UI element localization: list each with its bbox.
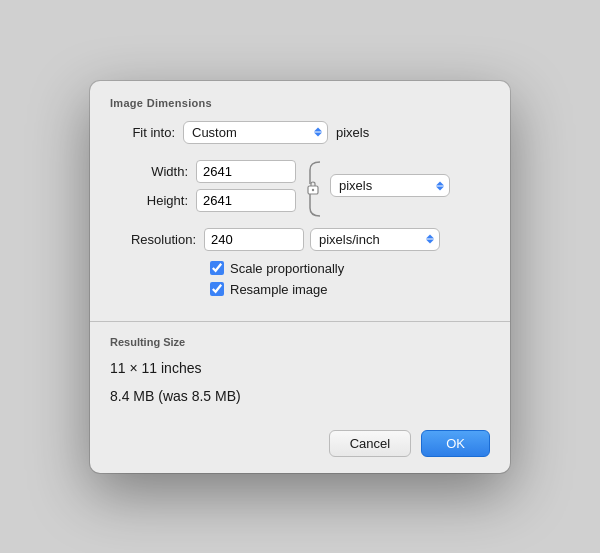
fit-unit-label: pixels xyxy=(336,125,369,140)
fit-row: Fit into: Custom 800 × 600 1024 × 768 12… xyxy=(110,121,490,144)
resolution-row: Resolution: pixels/inch pixels/cm xyxy=(110,228,490,251)
resolution-label: Resolution: xyxy=(120,232,196,247)
checkboxes: Scale proportionally Resample image xyxy=(110,261,490,297)
cancel-button[interactable]: Cancel xyxy=(329,430,411,457)
image-dimensions-section: Image Dimensions Fit into: Custom 800 × … xyxy=(90,81,510,321)
resulting-size-title: Resulting Size xyxy=(110,336,490,348)
res-unit-wrapper[interactable]: pixels/inch pixels/cm xyxy=(310,228,440,251)
fit-label: Fit into: xyxy=(120,125,175,140)
button-row: Cancel OK xyxy=(90,418,510,473)
resample-label[interactable]: Resample image xyxy=(230,282,328,297)
width-input[interactable] xyxy=(196,160,296,183)
section-title: Image Dimensions xyxy=(110,97,490,109)
pixel-unit-select[interactable]: pixels percent inches cm mm xyxy=(330,174,450,197)
width-row: Width: xyxy=(120,160,296,183)
width-label: Width: xyxy=(120,164,188,179)
resolution-unit-select[interactable]: pixels/inch pixels/cm xyxy=(310,228,440,251)
result-mb: 8.4 MB (was 8.5 MB) xyxy=(110,388,490,404)
scale-label[interactable]: Scale proportionally xyxy=(230,261,344,276)
scale-row: Scale proportionally xyxy=(210,261,490,276)
resample-checkbox[interactable] xyxy=(210,282,224,296)
left-fields: Width: Height: xyxy=(120,160,296,212)
height-row: Height: xyxy=(120,189,296,212)
scale-checkbox[interactable] xyxy=(210,261,224,275)
image-dimensions-dialog: Image Dimensions Fit into: Custom 800 × … xyxy=(90,81,510,473)
fit-select[interactable]: Custom 800 × 600 1024 × 768 1280 × 800 1… xyxy=(183,121,328,144)
height-input[interactable] xyxy=(196,189,296,212)
lock-bracket xyxy=(302,160,324,218)
fields-area: Width: Height: xyxy=(110,160,490,218)
height-label: Height: xyxy=(120,193,188,208)
ok-button[interactable]: OK xyxy=(421,430,490,457)
unit-select-wrapper[interactable]: pixels percent inches cm mm xyxy=(330,174,450,197)
right-unit-select: pixels percent inches cm mm xyxy=(330,174,450,197)
resolution-input[interactable] xyxy=(204,228,304,251)
fit-select-wrapper[interactable]: Custom 800 × 600 1024 × 768 1280 × 800 1… xyxy=(183,121,328,144)
svg-point-1 xyxy=(312,188,314,190)
resample-row: Resample image xyxy=(210,282,490,297)
result-dimensions: 11 × 11 inches xyxy=(110,360,490,376)
resulting-size-section: Resulting Size 11 × 11 inches 8.4 MB (wa… xyxy=(90,322,510,418)
lock-bracket-svg xyxy=(302,160,324,218)
